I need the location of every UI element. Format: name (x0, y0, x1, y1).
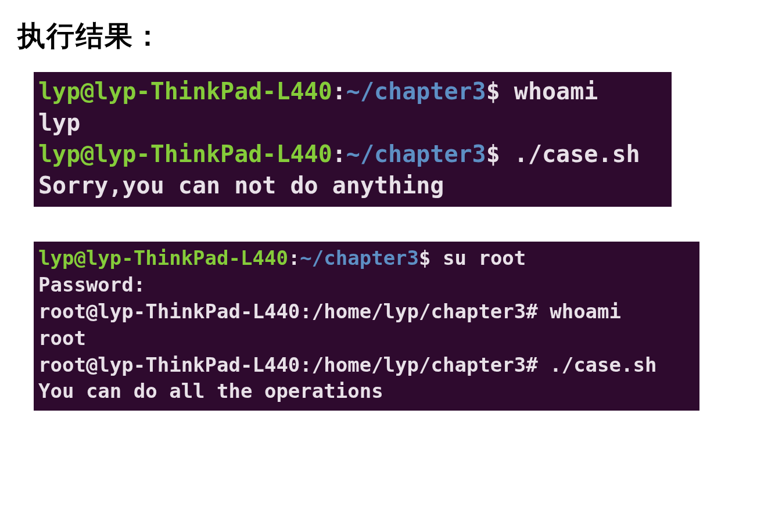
prompt-symbol: $ (419, 246, 443, 269)
command-text: ./case.sh (514, 141, 640, 167)
terminal-line: lyp@lyp-ThinkPad-L440:~/chapter3$ whoami (38, 76, 667, 107)
terminal-output: lyp (38, 107, 667, 138)
prompt-path: ~/chapter3 (300, 246, 419, 269)
prompt-colon: : (332, 78, 346, 105)
prompt-path: ~/chapter3 (346, 78, 486, 105)
terminal-block-1: lyp@lyp-ThinkPad-L440:~/chapter3$ whoami… (34, 72, 672, 207)
section-heading: 执行结果： (17, 17, 763, 55)
terminal-line: root@lyp-ThinkPad-L440:/home/lyp/chapter… (38, 299, 695, 325)
prompt-colon: : (288, 246, 300, 269)
prompt-path: ~/chapter3 (346, 141, 486, 167)
terminal-output: Sorry,you can not do anything (38, 170, 667, 201)
command-text: su root (443, 246, 526, 269)
terminal-output: You can do all the operations (38, 378, 695, 405)
prompt-symbol: $ (486, 78, 514, 105)
command-text: whoami (514, 78, 598, 105)
prompt-colon: : (332, 141, 346, 167)
terminal-output: root (38, 325, 695, 352)
terminal-line: lyp@lyp-ThinkPad-L440:~/chapter3$ ./case… (38, 138, 667, 170)
prompt-symbol: $ (486, 141, 514, 167)
terminal-line: root@lyp-ThinkPad-L440:/home/lyp/chapter… (38, 352, 695, 379)
terminal-line: lyp@lyp-ThinkPad-L440:~/chapter3$ su roo… (38, 245, 695, 272)
terminal-block-2: lyp@lyp-ThinkPad-L440:~/chapter3$ su roo… (34, 242, 699, 411)
prompt-user-host: lyp@lyp-ThinkPad-L440 (38, 141, 332, 167)
prompt-user-host: lyp@lyp-ThinkPad-L440 (38, 246, 288, 269)
terminal-output: Password: (38, 272, 695, 299)
prompt-user-host: lyp@lyp-ThinkPad-L440 (38, 78, 332, 105)
